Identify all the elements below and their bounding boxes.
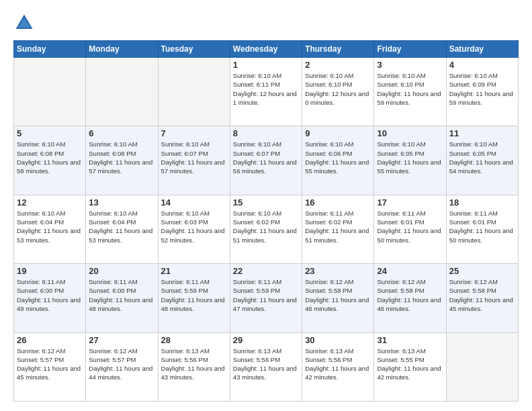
day-number: 23 xyxy=(305,266,371,276)
calendar-cell: 1Sunrise: 6:10 AMSunset: 6:11 PMDaylight… xyxy=(230,58,302,126)
calendar-cell: 18Sunrise: 6:11 AMSunset: 6:01 PMDayligh… xyxy=(446,195,518,263)
day-info: Sunrise: 6:11 AMSunset: 6:00 PMDaylight:… xyxy=(89,277,154,313)
day-number: 16 xyxy=(305,197,371,208)
calendar-table: SundayMondayTuesdayWednesdayThursdayFrid… xyxy=(13,40,519,402)
day-info: Sunrise: 6:13 AMSunset: 5:56 PMDaylight:… xyxy=(161,347,227,382)
calendar-cell: 6Sunrise: 6:10 AMSunset: 6:08 PMDaylight… xyxy=(86,126,158,195)
calendar-cell: 9Sunrise: 6:10 AMSunset: 6:06 PMDaylight… xyxy=(302,126,374,195)
day-info: Sunrise: 6:10 AMSunset: 6:05 PMDaylight:… xyxy=(377,140,443,175)
calendar-cell: 14Sunrise: 6:10 AMSunset: 6:03 PMDayligh… xyxy=(158,195,230,263)
calendar-cell xyxy=(14,58,86,126)
day-number: 15 xyxy=(233,197,299,208)
weekday-header-thursday: Thursday xyxy=(302,41,374,58)
calendar-cell: 24Sunrise: 6:12 AMSunset: 5:58 PMDayligh… xyxy=(374,264,446,332)
calendar-cell: 30Sunrise: 6:13 AMSunset: 5:56 PMDayligh… xyxy=(302,332,374,401)
day-number: 4 xyxy=(449,60,515,70)
day-number: 2 xyxy=(305,60,371,70)
calendar-cell: 10Sunrise: 6:10 AMSunset: 6:05 PMDayligh… xyxy=(374,126,446,195)
day-number: 20 xyxy=(89,266,154,276)
calendar-cell: 12Sunrise: 6:10 AMSunset: 6:04 PMDayligh… xyxy=(14,195,86,263)
day-number: 3 xyxy=(377,60,443,70)
day-info: Sunrise: 6:12 AMSunset: 5:58 PMDaylight:… xyxy=(377,277,443,313)
day-number: 30 xyxy=(305,335,371,345)
day-info: Sunrise: 6:10 AMSunset: 6:03 PMDaylight:… xyxy=(161,209,227,244)
day-number: 27 xyxy=(89,335,154,345)
calendar-cell: 25Sunrise: 6:12 AMSunset: 5:58 PMDayligh… xyxy=(446,264,518,332)
day-number: 18 xyxy=(449,197,515,208)
day-info: Sunrise: 6:12 AMSunset: 5:58 PMDaylight:… xyxy=(305,277,371,313)
day-info: Sunrise: 6:10 AMSunset: 6:08 PMDaylight:… xyxy=(89,140,154,175)
day-number: 13 xyxy=(89,197,154,208)
calendar-cell: 19Sunrise: 6:11 AMSunset: 6:00 PMDayligh… xyxy=(14,264,86,332)
header xyxy=(13,12,519,34)
calendar-cell xyxy=(158,58,230,126)
day-info: Sunrise: 6:10 AMSunset: 6:11 PMDaylight:… xyxy=(233,71,299,107)
page: SundayMondayTuesdayWednesdayThursdayFrid… xyxy=(0,0,532,411)
day-info: Sunrise: 6:10 AMSunset: 6:10 PMDaylight:… xyxy=(305,71,371,107)
calendar-cell: 22Sunrise: 6:11 AMSunset: 5:59 PMDayligh… xyxy=(230,264,302,332)
weekday-header-sunday: Sunday xyxy=(14,41,86,58)
day-info: Sunrise: 6:10 AMSunset: 6:09 PMDaylight:… xyxy=(449,71,515,107)
calendar-cell: 15Sunrise: 6:10 AMSunset: 6:02 PMDayligh… xyxy=(230,195,302,263)
logo-icon xyxy=(13,12,35,34)
day-info: Sunrise: 6:11 AMSunset: 6:01 PMDaylight:… xyxy=(449,209,515,244)
calendar-week-row: 19Sunrise: 6:11 AMSunset: 6:00 PMDayligh… xyxy=(14,264,519,332)
day-info: Sunrise: 6:10 AMSunset: 6:08 PMDaylight:… xyxy=(17,140,83,175)
day-number: 31 xyxy=(377,335,443,345)
day-info: Sunrise: 6:13 AMSunset: 5:56 PMDaylight:… xyxy=(233,347,299,382)
day-info: Sunrise: 6:11 AMSunset: 5:59 PMDaylight:… xyxy=(161,277,227,313)
calendar-cell: 27Sunrise: 6:12 AMSunset: 5:57 PMDayligh… xyxy=(86,332,158,401)
day-info: Sunrise: 6:11 AMSunset: 5:59 PMDaylight:… xyxy=(233,277,299,313)
calendar-cell: 5Sunrise: 6:10 AMSunset: 6:08 PMDaylight… xyxy=(14,126,86,195)
day-number: 9 xyxy=(305,128,371,138)
calendar-week-row: 5Sunrise: 6:10 AMSunset: 6:08 PMDaylight… xyxy=(14,126,519,195)
calendar-cell: 28Sunrise: 6:13 AMSunset: 5:56 PMDayligh… xyxy=(158,332,230,401)
calendar-cell: 4Sunrise: 6:10 AMSunset: 6:09 PMDaylight… xyxy=(446,58,518,126)
calendar-cell: 17Sunrise: 6:11 AMSunset: 6:01 PMDayligh… xyxy=(374,195,446,263)
day-number: 5 xyxy=(17,128,83,138)
calendar-cell: 11Sunrise: 6:10 AMSunset: 6:05 PMDayligh… xyxy=(446,126,518,195)
calendar-cell xyxy=(446,332,518,401)
calendar-cell: 20Sunrise: 6:11 AMSunset: 6:00 PMDayligh… xyxy=(86,264,158,332)
day-info: Sunrise: 6:10 AMSunset: 6:07 PMDaylight:… xyxy=(233,140,299,175)
day-number: 21 xyxy=(161,266,227,276)
day-info: Sunrise: 6:12 AMSunset: 5:57 PMDaylight:… xyxy=(89,347,154,382)
day-info: Sunrise: 6:10 AMSunset: 6:05 PMDaylight:… xyxy=(449,140,515,175)
weekday-header-friday: Friday xyxy=(374,41,446,58)
calendar-header-row: SundayMondayTuesdayWednesdayThursdayFrid… xyxy=(14,41,519,58)
day-number: 12 xyxy=(17,197,83,208)
calendar-cell: 31Sunrise: 6:13 AMSunset: 5:55 PMDayligh… xyxy=(374,332,446,401)
day-info: Sunrise: 6:10 AMSunset: 6:06 PMDaylight:… xyxy=(305,140,371,175)
calendar-cell: 26Sunrise: 6:12 AMSunset: 5:57 PMDayligh… xyxy=(14,332,86,401)
day-number: 17 xyxy=(377,197,443,208)
calendar-cell: 7Sunrise: 6:10 AMSunset: 6:07 PMDaylight… xyxy=(158,126,230,195)
weekday-header-monday: Monday xyxy=(86,41,158,58)
day-info: Sunrise: 6:13 AMSunset: 5:56 PMDaylight:… xyxy=(305,347,371,382)
day-number: 6 xyxy=(89,128,154,138)
day-info: Sunrise: 6:10 AMSunset: 6:07 PMDaylight:… xyxy=(161,140,227,175)
day-info: Sunrise: 6:10 AMSunset: 6:04 PMDaylight:… xyxy=(89,209,154,244)
day-number: 7 xyxy=(161,128,227,138)
calendar-cell: 29Sunrise: 6:13 AMSunset: 5:56 PMDayligh… xyxy=(230,332,302,401)
day-number: 11 xyxy=(449,128,515,138)
day-info: Sunrise: 6:12 AMSunset: 5:57 PMDaylight:… xyxy=(17,347,83,382)
day-info: Sunrise: 6:10 AMSunset: 6:10 PMDaylight:… xyxy=(377,71,443,107)
day-info: Sunrise: 6:10 AMSunset: 6:04 PMDaylight:… xyxy=(17,209,83,244)
day-info: Sunrise: 6:13 AMSunset: 5:55 PMDaylight:… xyxy=(377,347,443,382)
day-number: 29 xyxy=(233,335,299,345)
weekday-header-tuesday: Tuesday xyxy=(158,41,230,58)
calendar-cell: 3Sunrise: 6:10 AMSunset: 6:10 PMDaylight… xyxy=(374,58,446,126)
day-number: 25 xyxy=(449,266,515,276)
day-info: Sunrise: 6:11 AMSunset: 6:01 PMDaylight:… xyxy=(377,209,443,244)
day-number: 24 xyxy=(377,266,443,276)
day-info: Sunrise: 6:10 AMSunset: 6:02 PMDaylight:… xyxy=(233,209,299,244)
day-number: 19 xyxy=(17,266,83,276)
day-number: 26 xyxy=(17,335,83,345)
day-number: 1 xyxy=(233,60,299,70)
calendar-cell xyxy=(86,58,158,126)
weekday-header-saturday: Saturday xyxy=(446,41,518,58)
calendar-week-row: 1Sunrise: 6:10 AMSunset: 6:11 PMDaylight… xyxy=(14,58,519,126)
day-number: 10 xyxy=(377,128,443,138)
calendar-week-row: 12Sunrise: 6:10 AMSunset: 6:04 PMDayligh… xyxy=(14,195,519,263)
day-number: 14 xyxy=(161,197,227,208)
